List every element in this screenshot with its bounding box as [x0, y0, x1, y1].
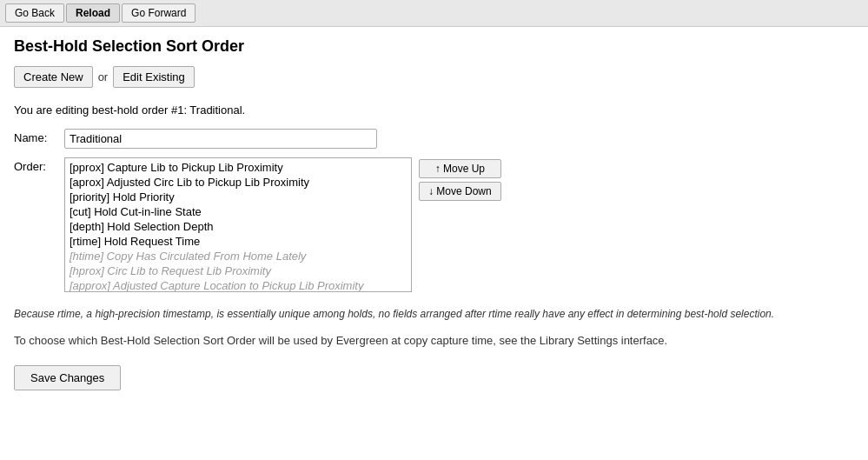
action-bar: Create New or Edit Existing — [14, 66, 854, 88]
list-item[interactable]: [cut] Hold Cut-in-line State — [67, 204, 409, 219]
move-buttons: ↑ Move Up ↓ Move Down — [419, 157, 501, 201]
main-content: Best-Hold Selection Sort Order Create Ne… — [0, 27, 868, 401]
list-item[interactable]: [pprox] Capture Lib to Pickup Lib Proxim… — [67, 160, 409, 175]
name-label: Name: — [14, 129, 57, 144]
move-down-button[interactable]: ↓ Move Down — [419, 182, 501, 201]
reload-button[interactable]: Reload — [66, 3, 120, 23]
list-item[interactable]: [aprox] Adjusted Circ Lib to Pickup Lib … — [67, 175, 409, 190]
create-new-button[interactable]: Create New — [14, 66, 93, 88]
move-up-button[interactable]: ↑ Move Up — [419, 159, 501, 178]
edit-existing-button[interactable]: Edit Existing — [113, 66, 195, 88]
order-section: [pprox] Capture Lib to Pickup Lib Proxim… — [64, 157, 501, 292]
list-item[interactable]: [priority] Hold Priority — [67, 190, 409, 204]
nav-bar: Go Back Reload Go Forward — [0, 0, 868, 27]
page-title: Best-Hold Selection Sort Order — [14, 37, 854, 56]
editing-notice: You are editing best-hold order #1: Trad… — [14, 103, 854, 117]
name-input[interactable] — [64, 129, 377, 149]
list-item[interactable]: [approx] Adjusted Capture Location to Pi… — [67, 278, 409, 292]
info-text2: To choose which Best-Hold Selection Sort… — [14, 332, 854, 350]
or-text: or — [98, 70, 109, 83]
go-forward-button[interactable]: Go Forward — [122, 3, 195, 23]
order-row: Order: [pprox] Capture Lib to Pickup Lib… — [14, 157, 854, 292]
order-label: Order: — [14, 157, 57, 173]
list-item[interactable]: [hprox] Circ Lib to Request Lib Proximit… — [67, 263, 409, 278]
name-row: Name: — [14, 129, 854, 149]
list-item[interactable]: [rtime] Hold Request Time — [67, 234, 409, 249]
list-item[interactable]: [depth] Hold Selection Depth — [67, 219, 409, 234]
save-changes-button[interactable]: Save Changes — [14, 365, 121, 390]
list-item[interactable]: [htime] Copy Has Circulated From Home La… — [67, 249, 409, 263]
order-listbox[interactable]: [pprox] Capture Lib to Pickup Lib Proxim… — [64, 157, 412, 292]
go-back-button[interactable]: Go Back — [5, 3, 64, 23]
info-text: Because rtime, a high-precision timestam… — [14, 306, 854, 322]
